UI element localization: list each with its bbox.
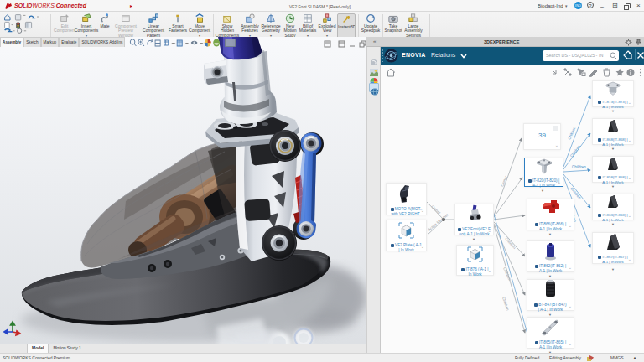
svg-text:Active Member: Active Member	[427, 212, 449, 231]
svg-text:Children: Children	[572, 165, 586, 169]
svg-text:Owner: Owner	[500, 175, 508, 188]
svg-text:Children: Children	[504, 236, 517, 250]
svg-text:Owner: Owner	[430, 204, 442, 215]
svg-text:Children: Children	[501, 297, 510, 312]
svg-text:Children: Children	[567, 126, 577, 141]
